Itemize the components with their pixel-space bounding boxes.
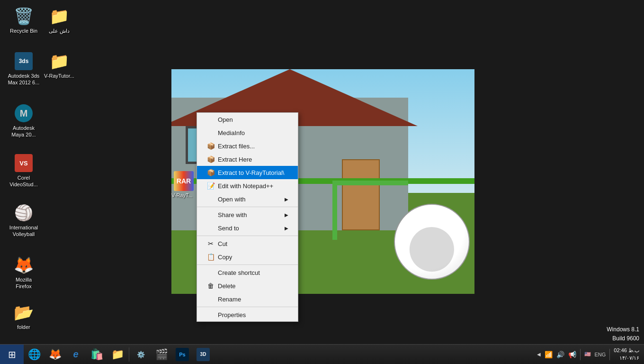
ctx-create-shortcut[interactable]: Create shortcut [197,266,298,279]
ctx-delete[interactable]: 🗑 Delete [197,279,298,292]
ctx-copy[interactable]: 📋 Copy [197,250,298,264]
tray-lang-flag: 🇺🇸 [584,351,591,357]
share-with-icon [206,210,215,219]
desktop-icon-3dsmax[interactable]: 3ds Autodesk 3dsMax 2012 6... [5,50,43,88]
taskbar-separator-1 [129,347,129,362]
tray-separator-2 [609,349,610,360]
icon-label-corel: CorelVideoStud... [9,174,38,188]
tray-lang-label[interactable]: ENG [595,352,606,357]
windows-version-line1: Windows 8.1 [607,325,639,334]
desktop-icon-volleyball[interactable]: 🏐 InternationalVolleyball [5,201,43,240]
firefox-tb-icon: 🦊 [49,348,62,361]
edit-notepad-icon: 📝 [206,182,215,190]
copy-icon: 📋 [206,253,215,261]
taskbar-store[interactable]: 🛍️ [86,345,107,364]
explorer-icon: 📁 [111,348,124,361]
tray-network-icon[interactable]: 📶 [545,351,553,358]
separator-4 [197,307,298,307]
taskbar-3ds[interactable]: 3D [193,345,214,364]
icon-label-recycle-bin: Recycle Bin [10,27,37,34]
open-icon [206,115,215,124]
desktop-icon-vray[interactable]: 📁 V-RayTutor... [40,50,78,81]
open-with-arrow: ▶ [285,197,288,202]
desktop-icon-folder2[interactable]: 📂 folder [5,301,43,332]
ctx-send-to[interactable]: Send to ▶ [197,221,298,235]
create-shortcut-icon [206,268,215,277]
send-to-icon [206,224,215,232]
separator-2 [197,236,298,236]
store-icon: 🛍️ [90,348,103,361]
ctx-cut[interactable]: ✂ Cut [197,237,298,250]
taskbar-firefox[interactable]: 🦊 [45,345,65,364]
tray-expand-arrow[interactable]: ◀ [537,352,541,357]
cut-icon: ✂ [206,239,215,248]
taskbar-explorer[interactable]: 📁 [107,345,128,364]
extract-here-icon: 📦 [206,155,215,164]
ctx-extract-to[interactable]: 📦 Extract to V-RayTutorial\ [197,166,298,179]
share-with-arrow: ▶ [285,212,288,218]
vray-label: V-RayT... [171,192,193,198]
clock: 02:46 ب.ظ ۱۴/۰۷/۱۶ [614,347,639,362]
start-button[interactable]: ⊞ [0,345,24,364]
windows-logo-icon: ⊞ [8,349,16,360]
ctx-open-with[interactable]: Open with ▶ [197,192,298,206]
taskbar-chrome[interactable]: 🌐 [24,345,45,364]
context-menu: Open MediaInfo 📦 Extract files... 📦 Extr… [197,112,298,322]
icon-label-folder-dash: داش علی [49,27,70,34]
desktop-icon-recycle-bin[interactable]: 🗑️ Recycle Bin [5,5,43,36]
ctx-open[interactable]: Open [197,113,298,126]
send-to-arrow: ▶ [285,226,288,231]
icon-label-maya: AutodeskMaya 20... [11,125,36,138]
ctx-mediainfo[interactable]: MediaInfo [197,126,298,139]
desktop-icon-corel[interactable]: VS CorelVideoStud... [5,152,43,190]
windows-version-info: Windows 8.1 Build 9600 [607,325,644,343]
taskbar-ie[interactable]: e [65,345,86,364]
icon-label-firefox: MozillaFirefox [16,276,32,290]
taskbar-tray: ◀ 📶 🔊 📢 🇺🇸 ENG 02:46 ب.ظ ۱۴/۰۷/۱۶ [532,345,644,364]
extract-files-icon: 📦 [206,142,215,150]
open-with-icon [206,195,215,203]
ctx-edit-notepad[interactable]: 📝 Edit with Notepad++ [197,179,298,192]
tray-separator-1 [580,349,581,360]
icon-label-volleyball: InternationalVolleyball [9,224,38,238]
autodesk-tb-icon: ⚙️ [137,351,145,358]
chrome-icon: 🌐 [28,348,41,361]
taskbar: ⊞ 🌐 🦊 e 🛍️ 📁 ⚙️ 🎬 Ps 3D [0,344,644,364]
rename-icon [206,295,215,303]
desktop-icon-maya[interactable]: M AutodeskMaya 20... [5,102,43,140]
desktop-icon-folder-dash[interactable]: 📁 داش علی [40,5,78,36]
extract-to-icon: 📦 [206,168,215,177]
taskbar-corel[interactable]: 🎬 [151,345,172,364]
clock-time: 02:46 ب.ظ [614,347,639,354]
3ds-tb-icon: 3D [197,348,210,361]
icon-label-folder2: folder [17,324,30,330]
winrar-file-icon: RAR [174,171,194,191]
tray-volume-icon[interactable]: 🔊 [556,351,564,358]
taskbar-autodesk[interactable]: ⚙️ [130,345,151,364]
desktop-icon-firefox[interactable]: 🦊 MozillaFirefox [5,254,43,292]
taskbar-ps[interactable]: Ps [172,345,193,364]
ctx-properties[interactable]: Properties [197,308,298,321]
ctx-rename[interactable]: Rename [197,292,298,306]
clock-date: ۱۴/۰۷/۱۶ [614,355,639,362]
properties-icon [206,310,215,319]
ctx-extract-here[interactable]: 📦 Extract Here [197,153,298,166]
ctx-share-with[interactable]: Share with ▶ [197,208,298,221]
separator-3 [197,264,298,265]
mediainfo-icon [206,128,215,137]
ps-icon: Ps [176,348,189,361]
corel-tb-icon: 🎬 [155,348,168,361]
separator-1 [197,207,298,207]
tray-speaker-icon[interactable]: 📢 [568,351,576,358]
icon-label-3dsmax: Autodesk 3dsMax 2012 6... [8,73,40,86]
ctx-extract-files[interactable]: 📦 Extract files... [197,139,298,153]
ie-icon: e [73,349,78,360]
desktop: 🗑️ Recycle Bin 📁 داش علی 3ds Autodesk 3d… [0,0,644,364]
icon-label-vray: V-RayTutor... [44,73,74,79]
delete-icon: 🗑 [206,282,215,290]
windows-version-line2: Build 9600 [607,334,639,343]
